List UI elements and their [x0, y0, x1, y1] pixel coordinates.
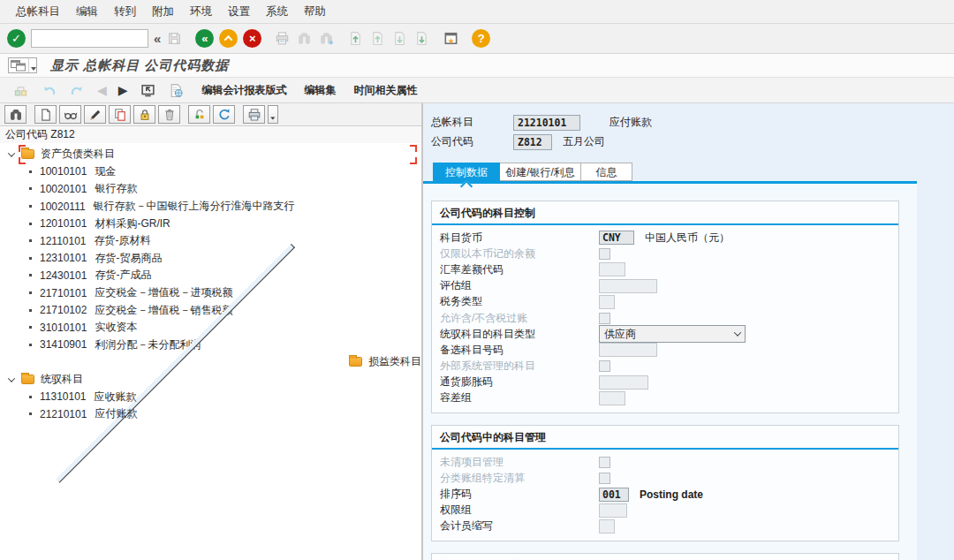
tolerance-group[interactable]	[599, 391, 625, 405]
tree-account-row[interactable]: 12110101存货-原材料	[0, 232, 421, 250]
menu-system[interactable]: 系统	[258, 0, 296, 23]
new-session-icon[interactable]	[443, 30, 459, 47]
exit-icon[interactable]	[219, 29, 238, 48]
account-name: 存货-原材料	[95, 233, 151, 248]
enter-icon[interactable]: ✓	[7, 29, 26, 48]
edit-financial-statement-version-button[interactable]: 编辑会计报表版式	[193, 78, 296, 102]
undo-icon[interactable]	[41, 82, 57, 99]
last-page-icon[interactable]	[413, 30, 430, 47]
previous-screen-icon[interactable]: ◀	[97, 83, 107, 97]
tree-account-row[interactable]: 10020111银行存款－中国银行上海分行淮海中路支行	[0, 198, 421, 216]
tree-account-row[interactable]: 31410901利润分配－未分配利润	[0, 337, 421, 354]
edit-set-button[interactable]: 编辑集	[296, 78, 345, 102]
tree-create-button[interactable]	[34, 105, 57, 124]
gui-layout-menu-button[interactable]	[8, 57, 37, 73]
menu-help[interactable]: 帮助	[296, 0, 334, 23]
cancel-icon[interactable]: ×	[243, 29, 261, 48]
account-currency-row: 科目货币CNY中国人民币（元）	[432, 230, 898, 246]
account-currency[interactable]: CNY	[599, 231, 634, 245]
ledger-group-specific-clearing-checkbox[interactable]	[599, 473, 610, 484]
time-dependent-attributes-button[interactable]: 时间相关属性	[345, 78, 427, 102]
selection-corner-tr	[410, 145, 417, 152]
tab-information[interactable]: 信息	[581, 163, 632, 181]
tree-print-menu-button[interactable]	[268, 105, 278, 124]
menu-gl-account[interactable]: 总帐科目	[8, 0, 68, 23]
posting-without-tax-checkbox[interactable]	[599, 313, 610, 324]
next-screen-icon[interactable]: ▶	[118, 83, 128, 97]
company-code-field[interactable]: Z812	[513, 134, 552, 150]
tree-display-button[interactable]	[59, 105, 81, 124]
save-icon[interactable]	[166, 30, 183, 47]
tree-account-row[interactable]: 10020101银行存款	[0, 180, 421, 198]
tree-edit-button[interactable]	[84, 105, 106, 124]
application-toolbar: ◀▶编辑会计报表版式编辑集时间相关属性	[0, 78, 954, 103]
menu-edit[interactable]: 编辑	[68, 0, 106, 23]
gl-account-field[interactable]: 21210101	[513, 115, 580, 131]
tree-account-row[interactable]: 11310101应收账款	[0, 388, 421, 405]
ledger-group-specific-clearing-checkbox-label: 分类账组特定清算	[440, 471, 599, 486]
command-field[interactable]	[31, 29, 148, 48]
inflation-key[interactable]	[599, 375, 648, 390]
open-item-management-checkbox[interactable]	[599, 457, 610, 468]
tree-account-row[interactable]: 10010101现金	[0, 163, 421, 181]
find-icon[interactable]	[296, 30, 313, 47]
tab-create-bank-interest[interactable]: 创建/银行/利息	[500, 163, 581, 181]
leaf-bullet-icon	[29, 396, 32, 398]
accounting-clerk[interactable]	[599, 519, 615, 534]
collapse-icon[interactable]: «	[154, 32, 161, 45]
menu-goto[interactable]: 转到	[106, 0, 144, 23]
sort-key[interactable]: 001	[599, 488, 629, 502]
external-system-account-checkbox-label: 外部系统管理的科目	[440, 359, 599, 374]
tree-account-row[interactable]: 12430101存货-产成品	[0, 267, 421, 284]
account-name: 银行存款－中国银行上海分行淮海中路支行	[94, 199, 295, 214]
tree-refresh-button[interactable]	[213, 105, 235, 124]
chevron-down-icon[interactable]	[8, 375, 15, 382]
find-next-icon[interactable]	[318, 30, 335, 47]
tree-print-button[interactable]	[243, 105, 265, 124]
tree-account-row[interactable]: 21210101应付账款	[0, 405, 421, 423]
tree-folder-row[interactable]: 统驭科目	[0, 371, 421, 389]
tree-account-row[interactable]: 12310101存货-贸易商品	[0, 250, 421, 268]
help-icon[interactable]: ?	[472, 29, 490, 48]
tree-panel: 公司代码 Z812 资产负债类科目10010101现金10020101银行存款1…	[0, 103, 423, 560]
print-preview-icon[interactable]	[168, 82, 185, 99]
exchange-rate-difference-key-label: 汇率差额代码	[440, 262, 599, 277]
tree-account-row[interactable]: 21710102应交税金－增值税－销售税额	[0, 301, 421, 319]
tree-copy-button[interactable]	[109, 105, 131, 124]
page-down-icon[interactable]	[391, 30, 408, 47]
tree-account-row[interactable]: 12010101材料采购-GR/IR	[0, 215, 421, 232]
menu-extras[interactable]: 附加	[144, 0, 182, 23]
reconciliation-account-type-label: 统驭科目的科目类型	[440, 327, 599, 342]
tax-category[interactable]	[599, 295, 615, 309]
tree-block-button[interactable]	[133, 105, 155, 124]
gl-account-field-row: 总帐科目21210101应付账款	[431, 113, 954, 132]
worklist-icon[interactable]	[140, 82, 156, 99]
tree-folder-row[interactable]: 损益类科目	[0, 353, 421, 371]
tab-control-data[interactable]: 控制数据	[433, 163, 500, 181]
menu-settings[interactable]: 设置	[220, 0, 258, 23]
reconciliation-account-type[interactable]: 供应商	[599, 325, 746, 343]
exchange-rate-difference-key[interactable]	[599, 262, 625, 276]
services-icon[interactable]	[12, 82, 29, 99]
cascade-windows-icon	[9, 58, 28, 72]
menu-environment[interactable]: 环境	[182, 0, 220, 23]
tree-folder-row[interactable]: 资产负债类科目	[0, 146, 421, 163]
back-icon[interactable]: «	[195, 29, 214, 48]
account-code: 11310101	[40, 390, 87, 403]
tree-delete-button[interactable]	[158, 105, 180, 124]
external-system-account-checkbox[interactable]	[599, 360, 610, 372]
print-icon[interactable]	[274, 30, 291, 47]
chevron-down-icon[interactable]	[8, 149, 15, 156]
valuation-group[interactable]	[599, 279, 657, 293]
chevron-down-icon	[734, 329, 741, 337]
tree-activate-button[interactable]	[188, 105, 210, 124]
authorization-group[interactable]	[599, 503, 627, 518]
first-page-icon[interactable]	[347, 30, 364, 47]
page-up-icon[interactable]	[369, 30, 386, 47]
redo-icon[interactable]	[69, 82, 86, 99]
authorization-group-label: 权限组	[440, 503, 599, 518]
tree-account-row[interactable]: 21710101应交税金－增值税－进项税额	[0, 284, 421, 302]
only-balances-local-currency-checkbox[interactable]	[599, 248, 610, 260]
tree-find-button[interactable]	[4, 105, 26, 124]
alternative-account-number[interactable]	[599, 343, 657, 357]
